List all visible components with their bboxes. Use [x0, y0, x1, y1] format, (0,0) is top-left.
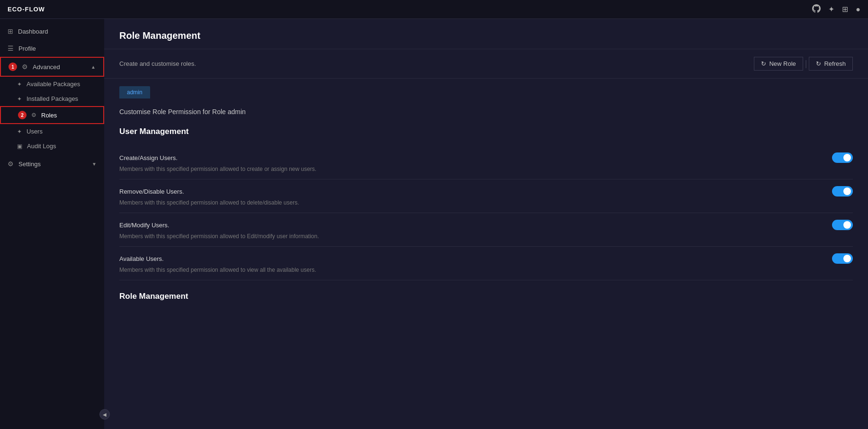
- user-icon[interactable]: ●: [856, 5, 860, 14]
- page-header: Role Management: [104, 19, 868, 49]
- permission-name: Available Users.: [119, 255, 164, 262]
- collapse-icon: ◀: [103, 412, 107, 417]
- permission-desc: Members with this specified permission a…: [119, 267, 853, 273]
- permission-desc: Members with this specified permission a…: [119, 199, 853, 206]
- permission-item-edit-modify: Edit/Modify Users. Members with this spe…: [119, 213, 853, 247]
- settings-chevron-icon: ▼: [92, 161, 97, 167]
- role-tab-label: admin: [127, 89, 143, 96]
- roles-badge: 2: [18, 111, 27, 119]
- permission-item-create-assign: Create/Assign Users. Members with this s…: [119, 146, 853, 179]
- toggle-slider: [832, 186, 853, 197]
- permissions-area: Customise Role Permission for Role admin…: [104, 98, 868, 320]
- sidebar-item-label: Profile: [18, 45, 36, 52]
- permission-item-row: Available Users.: [119, 253, 853, 264]
- permission-desc: Members with this specified permission a…: [119, 233, 853, 240]
- permission-section-role-management: Role Management: [119, 292, 853, 301]
- header-actions: ↻ New Role | ↻ Refresh: [754, 57, 853, 71]
- sidebar-sub-item-label: Audit Logs: [27, 143, 56, 150]
- permission-toggle-edit-modify[interactable]: [832, 220, 853, 230]
- main-layout: ⊞ Dashboard ☰ Profile 1 ⚙ Advanced ▲ ✦ A…: [0, 19, 868, 429]
- sidebar-item-profile[interactable]: ☰ Profile: [0, 40, 104, 57]
- audit-logs-icon: ▣: [17, 143, 22, 150]
- permission-item-remove-disable: Remove/Disable Users. Members with this …: [119, 179, 853, 213]
- page-subheader: Create and customise roles. ↻ New Role |…: [104, 49, 868, 79]
- permission-desc: Members with this specified permission a…: [119, 166, 853, 172]
- page-subtitle: Create and customise roles.: [119, 60, 196, 67]
- sidebar-item-audit-logs[interactable]: ▣ Audit Logs: [0, 139, 104, 153]
- new-role-label: New Role: [769, 60, 796, 67]
- new-role-icon: ↻: [761, 60, 766, 67]
- settings-icon: ⚙: [8, 160, 14, 168]
- refresh-icon: ↻: [816, 60, 821, 67]
- permission-item-row: Remove/Disable Users.: [119, 186, 853, 197]
- sidebar-section-advanced[interactable]: 1 ⚙ Advanced ▲: [0, 57, 104, 77]
- toggle-slider: [832, 220, 853, 230]
- permission-toggle-available-users[interactable]: [832, 253, 853, 264]
- advanced-badge: 1: [9, 63, 17, 71]
- permission-toggle-remove-disable[interactable]: [832, 186, 853, 197]
- toggle-slider: [832, 152, 853, 163]
- sidebar-item-roles[interactable]: 2 ⚙ Roles: [0, 106, 104, 124]
- installed-packages-icon: ✦: [17, 96, 22, 102]
- permission-item-row: Create/Assign Users.: [119, 152, 853, 163]
- profile-icon: ☰: [8, 45, 14, 52]
- dashboard-icon: ⊞: [8, 27, 13, 35]
- topbar-icons: ✦ ⊞ ●: [812, 4, 860, 15]
- advanced-chevron-icon: ▲: [91, 64, 96, 70]
- toggle-slider: [832, 253, 853, 264]
- permission-item-available-users: Available Users. Members with this speci…: [119, 247, 853, 280]
- sidebar-item-installed-packages[interactable]: ✦ Installed Packages: [0, 91, 104, 106]
- sidebar-sub-item-label: Users: [27, 128, 43, 135]
- sidebar-settings-label: Settings: [18, 161, 87, 168]
- roles-icon: ⚙: [31, 112, 36, 118]
- sidebar-sub-item-label: Available Packages: [27, 80, 80, 88]
- refresh-label: Refresh: [824, 60, 846, 67]
- sidebar: ⊞ Dashboard ☰ Profile 1 ⚙ Advanced ▲ ✦ A…: [0, 19, 104, 429]
- permission-name: Remove/Disable Users.: [119, 188, 184, 195]
- role-tabs: admin: [104, 79, 868, 98]
- permission-section-user-management: User Management: [119, 127, 853, 136]
- sidebar-collapse-button[interactable]: ◀: [99, 409, 110, 420]
- permission-name: Create/Assign Users.: [119, 154, 178, 161]
- actions-divider: |: [803, 59, 809, 69]
- advanced-icon: ⚙: [22, 63, 28, 71]
- topbar: ECO-FLOW ✦ ⊞ ●: [0, 0, 868, 19]
- role-tab-admin[interactable]: admin: [119, 86, 150, 98]
- brightness-icon[interactable]: ✦: [828, 5, 834, 14]
- sidebar-item-dashboard[interactable]: ⊞ Dashboard: [0, 23, 104, 40]
- main-content: Role Management Create and customise rol…: [104, 19, 868, 429]
- sidebar-sub-item-label: Roles: [41, 112, 57, 119]
- users-icon: ✦: [17, 128, 22, 135]
- sidebar-advanced-label: Advanced: [33, 63, 86, 71]
- sidebar-item-label: Dashboard: [18, 28, 48, 35]
- refresh-button[interactable]: ↻ Refresh: [809, 57, 853, 71]
- permissions-role-header: Customise Role Permission for Role admin: [119, 108, 853, 116]
- permission-toggle-create-assign[interactable]: [832, 152, 853, 163]
- sidebar-item-available-packages[interactable]: ✦ Available Packages: [0, 77, 104, 91]
- grid-icon[interactable]: ⊞: [842, 5, 848, 14]
- sidebar-section-settings[interactable]: ⚙ Settings ▼: [0, 155, 104, 172]
- app-logo: ECO-FLOW: [8, 6, 45, 13]
- available-packages-icon: ✦: [17, 81, 22, 88]
- permission-item-row: Edit/Modify Users.: [119, 220, 853, 230]
- page-title: Role Management: [119, 30, 853, 41]
- sidebar-item-users[interactable]: ✦ Users: [0, 124, 104, 139]
- sidebar-sub-item-label: Installed Packages: [27, 95, 78, 102]
- new-role-button[interactable]: ↻ New Role: [754, 57, 803, 71]
- permission-name: Edit/Modify Users.: [119, 222, 169, 229]
- github-icon[interactable]: [812, 4, 821, 15]
